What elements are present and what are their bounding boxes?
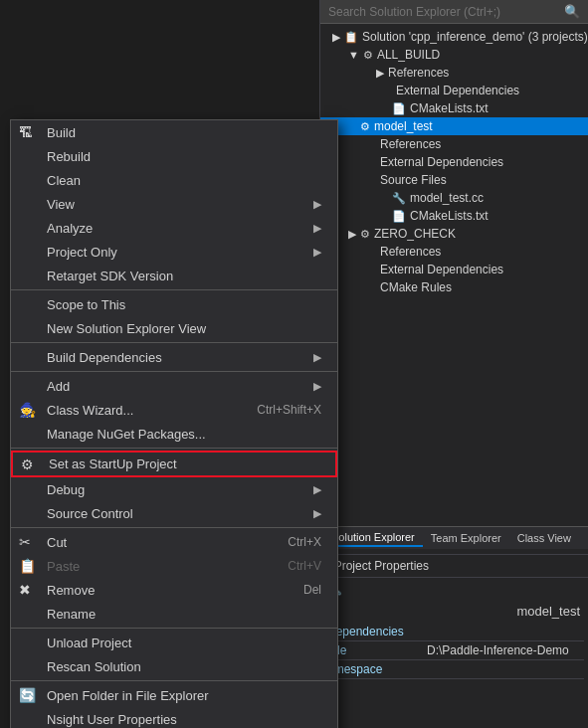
cm-item-remove[interactable]: ✖RemoveDel xyxy=(11,578,337,602)
item-label: CMake Rules xyxy=(380,280,452,294)
se-item-ext_deps3[interactable]: ▶External Dependencies xyxy=(320,261,588,278)
se-item-solution[interactable]: ▶📋Solution 'cpp_inference_demo' (3 proje… xyxy=(320,28,588,46)
search-icon: 🔍 xyxy=(564,4,580,19)
se-item-model_test[interactable]: ▶⚙model_test xyxy=(320,117,588,135)
cm-item-project_only[interactable]: Project Only▶ xyxy=(11,240,337,264)
cm-item-build[interactable]: 🏗Build xyxy=(11,120,337,144)
item-label: CMakeLists.txt xyxy=(410,101,489,115)
item-label: CMakeLists.txt xyxy=(410,209,489,223)
cm-label-scope_to_this: Scope to This xyxy=(47,297,321,312)
props-val: D:\Paddle-Inference-Demo xyxy=(427,643,569,657)
properties-name-row: model_test xyxy=(319,600,588,623)
cm-icon-startup: ⚙ xyxy=(21,456,34,472)
item-icon: 📋 xyxy=(344,31,358,44)
solution-tree: ▶📋Solution 'cpp_inference_demo' (3 proje… xyxy=(320,24,588,300)
se-item-zero_check[interactable]: ▶⚙ZERO_CHECK xyxy=(320,225,588,243)
item-icon: ⚙ xyxy=(360,120,370,133)
cm-item-cut[interactable]: ✂CutCtrl+X xyxy=(11,530,337,554)
cm-item-clean[interactable]: Clean xyxy=(11,168,337,192)
properties-table: DependenciesFileD:\Paddle-Inference-Demo… xyxy=(319,623,588,679)
cm-icon-cut: ✂ xyxy=(19,534,31,550)
cm-label-analyze: Analyze xyxy=(47,221,305,236)
cm-arrow-analyze: ▶ xyxy=(313,222,321,235)
item-label: References xyxy=(380,137,441,151)
item-icon: ⚙ xyxy=(363,49,373,62)
cm-item-source_control[interactable]: Source Control▶ xyxy=(11,501,337,525)
expand-icon: ▶ xyxy=(332,31,340,44)
props-row: amespace xyxy=(323,660,584,679)
item-label: ZERO_CHECK xyxy=(374,227,456,241)
item-icon: ▶ xyxy=(376,67,384,80)
cm-item-rescan[interactable]: Rescan Solution xyxy=(11,654,337,678)
item-icon: 📄 xyxy=(392,210,406,223)
props-key: File xyxy=(327,643,427,657)
cm-item-paste: 📋PasteCtrl+V xyxy=(11,554,337,578)
context-menu: 🏗BuildRebuildCleanView▶Analyze▶Project O… xyxy=(10,119,338,728)
cm-shortcut-class_wizard: Ctrl+Shift+X xyxy=(257,403,321,417)
se-item-references3[interactable]: ▶References xyxy=(320,243,588,261)
cm-label-rename: Rename xyxy=(47,607,321,622)
cm-item-build_deps[interactable]: Build Dependencies▶ xyxy=(11,345,337,369)
cm-item-debug[interactable]: Debug▶ xyxy=(11,477,337,501)
cm-item-nsight[interactable]: Nsight User Properties xyxy=(11,707,337,728)
expand-icon: ▼ xyxy=(348,49,359,61)
cm-label-build_deps: Build Dependencies xyxy=(47,350,305,365)
item-label: External Dependencies xyxy=(380,155,503,169)
cm-item-rebuild[interactable]: Rebuild xyxy=(11,144,337,168)
props-key: amespace xyxy=(327,662,427,676)
se-item-cmake1[interactable]: ▶📄CMakeLists.txt xyxy=(320,99,588,117)
cm-item-view[interactable]: View▶ xyxy=(11,192,337,216)
cm-icon-open_folder: 🔄 xyxy=(19,687,36,703)
se-item-ext_deps2[interactable]: ▶External Dependencies xyxy=(320,153,588,171)
properties-name-value: model_test xyxy=(516,604,580,619)
se-item-cmake_rules[interactable]: ▶CMake Rules xyxy=(320,278,588,296)
bottom-tab-team-explorer[interactable]: Team Explorer xyxy=(423,530,509,546)
properties-panel: t Project Properties 🔧 model_test Depend… xyxy=(319,554,588,728)
se-item-cmake2[interactable]: ▶📄CMakeLists.txt xyxy=(320,207,588,225)
se-item-model_test_cc[interactable]: ▶🔧model_test.cc xyxy=(320,189,588,207)
cm-label-add: Add xyxy=(47,379,305,394)
se-item-references2[interactable]: ▶References xyxy=(320,135,588,153)
expand-icon: ▶ xyxy=(348,228,356,241)
cm-item-scope_to_this[interactable]: Scope to This xyxy=(11,292,337,316)
cm-separator xyxy=(11,371,337,372)
item-icon: 🔧 xyxy=(392,192,406,205)
se-item-all_build[interactable]: ▼⚙ALL_BUILD xyxy=(320,46,588,64)
cm-icon-remove: ✖ xyxy=(19,582,31,598)
cm-label-retarget: Retarget SDK Version xyxy=(47,269,321,283)
cm-label-open_folder: Open Folder in File Explorer xyxy=(47,688,321,703)
cm-label-source_control: Source Control xyxy=(47,506,305,521)
search-input[interactable] xyxy=(328,5,564,19)
item-label: References xyxy=(380,245,441,259)
cm-label-build: Build xyxy=(47,125,321,140)
cm-item-class_wizard[interactable]: 🧙Class Wizard...Ctrl+Shift+X xyxy=(11,398,337,422)
se-item-source_files[interactable]: ▶Source Files xyxy=(320,171,588,189)
se-item-references[interactable]: ▶▶References xyxy=(320,64,588,82)
cm-label-class_wizard: Class Wizard... xyxy=(47,403,241,418)
item-label: External Dependencies xyxy=(396,84,519,97)
cm-item-unload[interactable]: Unload Project xyxy=(11,631,337,654)
cm-separator xyxy=(11,342,337,343)
cm-shortcut-cut: Ctrl+X xyxy=(288,535,321,549)
cm-label-unload: Unload Project xyxy=(47,636,321,650)
cm-label-project_only: Project Only xyxy=(47,245,305,260)
cm-item-retarget[interactable]: Retarget SDK Version xyxy=(11,264,337,287)
cm-label-new_solution_view: New Solution Explorer View xyxy=(47,321,321,336)
search-bar[interactable]: 🔍 xyxy=(320,0,588,24)
item-label: model_test.cc xyxy=(410,191,484,205)
cm-arrow-build_deps: ▶ xyxy=(313,351,321,364)
cm-item-open_folder[interactable]: 🔄Open Folder in File Explorer xyxy=(11,683,337,707)
cm-item-startup[interactable]: ⚙Set as StartUp Project xyxy=(11,451,337,477)
cm-item-analyze[interactable]: Analyze▶ xyxy=(11,216,337,240)
item-icon: ⚙ xyxy=(360,228,370,241)
properties-wrench-icon: 🔧 xyxy=(319,578,588,600)
se-item-ext_deps1[interactable]: ▶External Dependencies xyxy=(320,82,588,99)
cm-icon-paste: 📋 xyxy=(19,558,36,574)
bottom-tab-class-view[interactable]: Class View xyxy=(509,530,579,546)
cm-item-new_solution_view[interactable]: New Solution Explorer View xyxy=(11,316,337,340)
cm-item-rename[interactable]: Rename xyxy=(11,602,337,626)
cm-item-nuget[interactable]: Manage NuGet Packages... xyxy=(11,422,337,446)
cm-item-add[interactable]: Add▶ xyxy=(11,374,337,398)
properties-title: t Project Properties xyxy=(319,555,588,578)
cm-arrow-debug: ▶ xyxy=(313,483,321,496)
